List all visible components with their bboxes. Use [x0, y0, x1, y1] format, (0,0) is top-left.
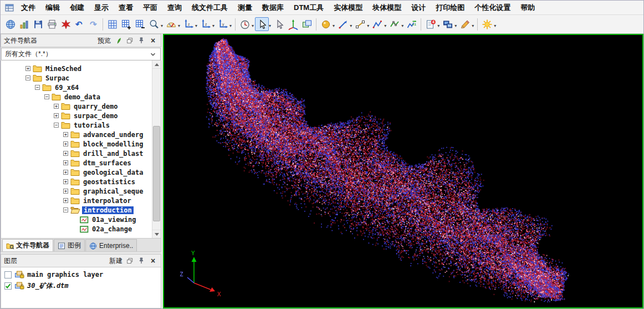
menu-item-3[interactable]: 显示	[89, 1, 114, 15]
tree-item-graphical_seque[interactable]: +graphical_seque	[1, 186, 161, 196]
axis-xy-icon[interactable]: y	[216, 17, 229, 31]
menu-item-8[interactable]: 测量	[233, 1, 257, 15]
menu-item-14[interactable]: 打印绘图	[431, 1, 469, 15]
zoom-in-grid-icon[interactable]	[119, 17, 133, 31]
preview-leaf-icon[interactable]	[113, 36, 123, 45]
tree-item-surpac_demo[interactable]: +surpac_demo	[1, 111, 161, 120]
layer-row-0[interactable]: main graphics layer	[1, 269, 161, 280]
layer-lock-icon[interactable]	[14, 281, 24, 290]
zoom-tool-icon-caret[interactable]: ▾	[161, 23, 163, 28]
rotate-view-icon[interactable]	[238, 17, 252, 31]
display-settings-icon-caret[interactable]: ▾	[494, 23, 496, 28]
tree-item-quarry_demo[interactable]: +quarry_demo	[1, 102, 161, 111]
float-layers-icon[interactable]	[125, 256, 135, 266]
expand-icon[interactable]: +	[63, 179, 68, 184]
pin-layers-icon[interactable]	[136, 256, 146, 266]
layer-row-1[interactable]: 30_矿体.dtm	[1, 280, 161, 291]
expand-icon[interactable]: +	[63, 198, 68, 203]
layer-lock-icon[interactable]	[14, 270, 24, 279]
tree-item-69_x64[interactable]: −69_x64	[1, 83, 161, 92]
pick-tool-icon[interactable]	[272, 17, 286, 31]
menu-item-15[interactable]: 个性化设置	[469, 1, 515, 15]
protractor-icon-caret[interactable]: ▾	[178, 23, 180, 28]
panel-tab-2[interactable]: Enterprise..	[85, 239, 137, 251]
orientation-axes-icon[interactable]	[286, 17, 300, 31]
digitise-line-icon[interactable]	[336, 17, 350, 31]
display-settings-icon[interactable]	[480, 17, 494, 31]
grid-icon[interactable]	[105, 17, 119, 31]
menu-item-0[interactable]: 文件	[16, 1, 40, 15]
edit-polyline-icon[interactable]	[387, 17, 401, 31]
menu-item-13[interactable]: 设计	[406, 1, 431, 15]
tree-item-geological_data[interactable]: +geological_data	[1, 168, 161, 177]
scroll-down-icon[interactable]	[152, 230, 161, 238]
menu-item-5[interactable]: 平面	[138, 1, 162, 15]
menu-item-7[interactable]: 线文件工具	[187, 1, 233, 15]
panel-tab-0[interactable]: 文件导航器	[2, 239, 53, 251]
redo-icon[interactable]: ↷	[86, 17, 100, 31]
collapse-icon[interactable]: −	[44, 94, 49, 99]
axis-yz-icon-caret[interactable]: ▾	[212, 23, 214, 28]
tree-item-MineSched[interactable]: +MineSched	[1, 64, 161, 73]
print-icon[interactable]	[45, 17, 59, 31]
menu-item-9[interactable]: 数据库	[257, 1, 289, 15]
segment-tool-icon-caret[interactable]: ▾	[367, 23, 369, 28]
tree-item-02a_change[interactable]: 02a_change	[1, 224, 161, 234]
layer-visibility-checkbox[interactable]	[4, 282, 12, 290]
menu-item-16[interactable]: 帮助	[515, 1, 540, 15]
reset-graphics-icon[interactable]	[59, 17, 73, 31]
window-layout-icon-caret[interactable]: ▾	[454, 23, 457, 28]
expand-icon[interactable]: +	[63, 170, 68, 175]
notes-icon-caret[interactable]: ▾	[437, 23, 439, 28]
collapse-icon[interactable]: −	[25, 75, 30, 80]
tree-item-block_modelling[interactable]: +block_modelling	[1, 139, 161, 149]
expand-icon[interactable]: +	[63, 141, 68, 146]
protractor-icon[interactable]	[164, 17, 178, 31]
segment-tool-icon[interactable]	[353, 17, 367, 31]
menu-item-12[interactable]: 块体模型	[367, 1, 406, 15]
menu-item-6[interactable]: 查询	[162, 1, 187, 15]
axis-xz-icon[interactable]: z	[181, 17, 195, 31]
new-layer-button[interactable]: 新建	[109, 256, 122, 266]
undo-icon[interactable]: ↶	[73, 17, 86, 31]
zoom-tool-icon[interactable]	[147, 17, 161, 31]
scroll-up-icon[interactable]	[152, 60, 161, 69]
digitise-line-icon-caret[interactable]: ▾	[350, 23, 352, 28]
close-layers-icon[interactable]: ×	[148, 256, 158, 266]
expand-icon[interactable]: +	[63, 189, 68, 194]
float-panel-icon[interactable]	[125, 36, 135, 45]
preview-button[interactable]: 预览	[98, 36, 111, 45]
rotate-view-icon-caret[interactable]: ▾	[252, 23, 254, 28]
menu-item-2[interactable]: 创建	[65, 1, 89, 15]
axis-xz-icon-caret[interactable]: ▾	[195, 23, 197, 28]
menu-item-11[interactable]: 实体模型	[329, 1, 367, 15]
point-sphere-icon-caret[interactable]: ▾	[333, 23, 335, 28]
plane-layers-icon[interactable]	[300, 17, 314, 31]
notes-icon[interactable]: 4	[423, 17, 437, 31]
tree-item-advanced_underg[interactable]: +advanced_underg	[1, 130, 161, 139]
draw-pencil-icon[interactable]	[458, 17, 472, 31]
collapse-icon[interactable]: −	[35, 85, 40, 90]
collapse-icon[interactable]: −	[63, 207, 68, 212]
zoom-out-grid-icon[interactable]	[133, 17, 147, 31]
expand-icon[interactable]: +	[63, 151, 68, 156]
append-point-icon[interactable]: +1	[405, 17, 418, 31]
expand-icon[interactable]: +	[54, 113, 59, 118]
expand-icon[interactable]: +	[63, 132, 68, 137]
menu-item-1[interactable]: 编辑	[40, 1, 65, 15]
polyline-tool-icon-caret[interactable]: ▾	[384, 23, 386, 28]
layer-visibility-checkbox[interactable]	[4, 271, 12, 278]
tree-item-Surpac[interactable]: −Surpac	[1, 73, 161, 83]
scrollbar-thumb[interactable]	[153, 126, 160, 221]
tree-scrollbar[interactable]	[152, 60, 161, 238]
panel-tab-1[interactable]: 图例	[54, 239, 85, 251]
collapse-icon[interactable]: −	[54, 123, 59, 128]
menu-item-4[interactable]: 查看	[114, 1, 138, 15]
menu-item-10[interactable]: DTM工具	[289, 1, 329, 15]
open-graphics-icon[interactable]	[3, 17, 17, 31]
tree-item-01a_viewing[interactable]: 01a_viewing	[1, 215, 161, 224]
polyline-tool-icon[interactable]	[370, 17, 384, 31]
expand-icon[interactable]: +	[54, 104, 59, 109]
viewport[interactable]: Y Z X	[163, 34, 643, 308]
expand-icon[interactable]: +	[63, 160, 68, 165]
